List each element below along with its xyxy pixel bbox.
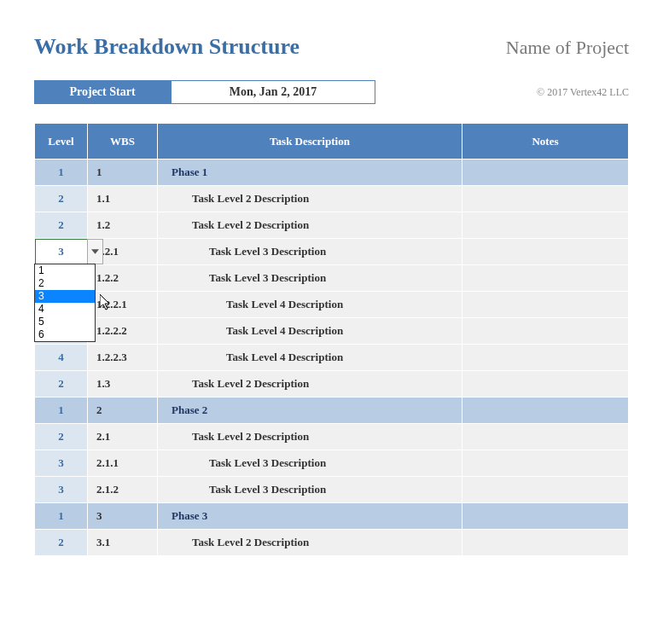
wbs-cell[interactable]: 1.2.2.2 <box>88 318 158 345</box>
notes-cell[interactable] <box>462 239 629 265</box>
desc-cell[interactable]: Task Level 4 Description <box>158 292 462 318</box>
dropdown-option[interactable]: 5 <box>35 316 95 328</box>
table-row: 31234561.2.1Task Level 3 Description <box>35 239 629 265</box>
project-start-row: Project Start Mon, Jan 2, 2017 © 2017 Ve… <box>34 80 629 104</box>
table-row: 23.1Task Level 2 Description <box>35 530 629 556</box>
desc-text: Task Level 2 Description <box>166 536 309 548</box>
project-start-date[interactable]: Mon, Jan 2, 2017 <box>171 80 375 104</box>
desc-text: Task Level 2 Description <box>166 430 309 443</box>
project-start-label: Project Start <box>34 80 171 104</box>
table-row: 21.1Task Level 2 Description <box>35 186 629 212</box>
level-cell[interactable]: 1 <box>35 503 88 530</box>
desc-cell[interactable]: Task Level 2 Description <box>158 371 462 397</box>
desc-text: Task Level 2 Description <box>166 218 309 231</box>
level-cell[interactable]: 1 <box>35 397 88 424</box>
table-row: 32.1.2Task Level 3 Description <box>35 477 629 503</box>
dropdown-option[interactable]: 3 <box>35 290 95 303</box>
desc-text: Task Level 3 Description <box>166 245 326 258</box>
desc-text: Task Level 3 Description <box>166 271 326 284</box>
notes-cell[interactable] <box>462 371 629 397</box>
desc-text: Task Level 2 Description <box>166 377 309 390</box>
notes-cell[interactable] <box>462 212 629 239</box>
desc-cell[interactable]: Task Level 3 Description <box>158 265 462 292</box>
table-row: 12Phase 2 <box>35 397 629 424</box>
desc-text: Task Level 2 Description <box>166 192 309 205</box>
desc-cell[interactable]: Task Level 2 Description <box>158 530 462 556</box>
wbs-cell[interactable]: 2.1 <box>88 424 158 450</box>
dropdown-arrow-icon[interactable] <box>87 239 103 264</box>
col-notes: Notes <box>462 124 629 160</box>
table-header-row: Level WBS Task Description Notes <box>35 124 629 160</box>
wbs-cell[interactable]: 2 <box>88 397 158 424</box>
level-cell[interactable]: 3 <box>35 477 88 503</box>
dropdown-option[interactable]: 2 <box>35 277 95 290</box>
notes-cell[interactable] <box>462 318 629 345</box>
desc-cell[interactable]: Task Level 2 Description <box>158 424 462 450</box>
wbs-cell[interactable]: 2.1.1 <box>88 450 158 477</box>
wbs-cell[interactable]: 3.1 <box>88 530 158 556</box>
level-cell[interactable]: 2 <box>35 371 88 397</box>
notes-cell[interactable] <box>462 503 629 530</box>
col-level: Level <box>35 124 88 160</box>
level-cell[interactable]: 3123456 <box>35 239 88 265</box>
notes-cell[interactable] <box>462 186 629 212</box>
page-title: Work Breakdown Structure <box>34 34 300 60</box>
notes-cell[interactable] <box>462 265 629 292</box>
table-row: 22.1Task Level 2 Description <box>35 424 629 450</box>
desc-cell[interactable]: Task Level 2 Description <box>158 186 462 212</box>
wbs-cell[interactable]: 1.1 <box>88 186 158 212</box>
notes-cell[interactable] <box>462 477 629 503</box>
table-row: 1.2.2.2Task Level 4 Description <box>35 318 629 345</box>
dropdown-option[interactable]: 6 <box>35 328 95 341</box>
level-cell[interactable]: 3 <box>35 450 88 477</box>
table-row: 11Phase 1 <box>35 160 629 186</box>
notes-cell[interactable] <box>462 160 629 186</box>
wbs-cell[interactable]: 2.1.2 <box>88 477 158 503</box>
notes-cell[interactable] <box>462 292 629 318</box>
notes-cell[interactable] <box>462 397 629 424</box>
dropdown-option[interactable]: 4 <box>35 303 95 316</box>
level-cell[interactable]: 2 <box>35 530 88 556</box>
col-wbs: WBS <box>88 124 158 160</box>
level-cell[interactable]: 2 <box>35 186 88 212</box>
desc-cell[interactable]: Phase 1 <box>158 160 462 186</box>
wbs-cell[interactable]: 3 <box>88 503 158 530</box>
wbs-cell[interactable]: 1 <box>88 160 158 186</box>
dropdown-option[interactable]: 1 <box>35 264 95 277</box>
wbs-cell[interactable]: 1.2.2 <box>88 265 158 292</box>
desc-text: Task Level 3 Description <box>166 483 326 496</box>
col-desc: Task Description <box>158 124 462 160</box>
table-row: 32.1.1Task Level 3 Description <box>35 450 629 477</box>
level-cell[interactable]: 4 <box>35 345 88 371</box>
copyright: © 2017 Vertex42 LLC <box>537 80 629 104</box>
wbs-cell[interactable]: 1.2.2.1 <box>88 292 158 318</box>
desc-cell[interactable]: Task Level 4 Description <box>158 318 462 345</box>
level-cell[interactable]: 1 <box>35 160 88 186</box>
desc-cell[interactable]: Task Level 4 Description <box>158 345 462 371</box>
desc-cell[interactable]: Task Level 3 Description <box>158 450 462 477</box>
desc-cell[interactable]: Task Level 3 Description <box>158 239 462 265</box>
level-dropdown[interactable]: 123456 <box>34 264 96 342</box>
wbs-cell[interactable]: 1.2.2.3 <box>88 345 158 371</box>
desc-text: Task Level 4 Description <box>166 351 343 363</box>
desc-text: Phase 1 <box>166 165 207 178</box>
desc-cell[interactable]: Phase 3 <box>158 503 462 530</box>
wbs-cell[interactable]: 1.3 <box>88 371 158 397</box>
table-row: 1.2.2.1Task Level 4 Description <box>35 292 629 318</box>
desc-cell[interactable]: Task Level 3 Description <box>158 477 462 503</box>
notes-cell[interactable] <box>462 450 629 477</box>
desc-text: Task Level 4 Description <box>166 298 343 310</box>
notes-cell[interactable] <box>462 424 629 450</box>
notes-cell[interactable] <box>462 345 629 371</box>
level-cell[interactable]: 2 <box>35 212 88 239</box>
desc-cell[interactable]: Phase 2 <box>158 397 462 424</box>
table-row: 13Phase 3 <box>35 503 629 530</box>
desc-text: Task Level 3 Description <box>166 456 326 469</box>
table-row: 41.2.2.3Task Level 4 Description <box>35 345 629 371</box>
desc-text: Task Level 4 Description <box>166 324 343 337</box>
level-cell[interactable]: 2 <box>35 424 88 450</box>
project-name[interactable]: Name of Project <box>506 37 629 59</box>
desc-cell[interactable]: Task Level 2 Description <box>158 212 462 239</box>
wbs-cell[interactable]: 1.2 <box>88 212 158 239</box>
notes-cell[interactable] <box>462 530 629 556</box>
